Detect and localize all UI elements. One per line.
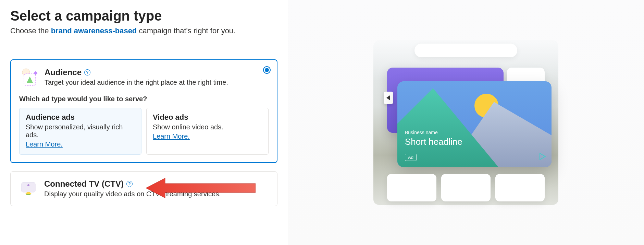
preview-bottom-cards bbox=[387, 174, 545, 201]
option-audience-ads-desc: Show personalized, visually rich ads. bbox=[26, 123, 135, 139]
svg-marker-8 bbox=[386, 95, 390, 100]
audience-title: Audience bbox=[45, 68, 82, 77]
preview-card-placeholder bbox=[495, 174, 545, 201]
subtitle-suffix: campaign that's right for you. bbox=[137, 26, 235, 35]
learn-more-link[interactable]: Learn More. bbox=[26, 140, 63, 148]
help-icon[interactable]: ? bbox=[84, 69, 90, 75]
ad-type-question: Which ad type would you like to serve? bbox=[19, 95, 269, 103]
preview-business-name: Business name bbox=[405, 130, 462, 135]
subtitle-highlight: brand awareness-based bbox=[51, 26, 137, 35]
preview-main-ad: Business name Short headline Ad bbox=[397, 81, 552, 167]
preview-card-placeholder bbox=[441, 174, 491, 201]
option-audience-ads[interactable]: Audience ads Show personalized, visually… bbox=[19, 108, 141, 155]
subtitle-prefix: Choose the bbox=[10, 26, 51, 35]
page-title: Select a campaign type bbox=[10, 8, 277, 24]
svg-rect-4 bbox=[22, 183, 35, 192]
option-audience-ads-title: Audience ads bbox=[26, 113, 135, 122]
audience-desc: Target your ideal audience in the right … bbox=[45, 79, 269, 86]
ad-badge: Ad bbox=[405, 154, 417, 161]
option-video-ads-title: Video ads bbox=[153, 113, 262, 122]
svg-rect-6 bbox=[26, 194, 30, 195]
preview-search-bar bbox=[414, 44, 517, 57]
play-icon bbox=[538, 153, 546, 162]
preview-headline: Short headline bbox=[405, 137, 462, 147]
campaign-option-ctv[interactable]: Connected TV (CTV) ? Display your qualit… bbox=[10, 171, 277, 206]
ctv-title: Connected TV (CTV) bbox=[44, 179, 124, 189]
option-video-ads-desc: Show online video ads. bbox=[153, 123, 262, 131]
preview-nav-left-icon bbox=[384, 92, 393, 104]
ctv-desc: Display your quality video ads on CTV st… bbox=[44, 190, 269, 198]
svg-point-5 bbox=[27, 184, 29, 186]
page-subtitle: Choose the brand awareness-based campaig… bbox=[10, 26, 277, 35]
campaign-option-audience[interactable]: Audience ? Target your ideal audience in… bbox=[10, 59, 277, 163]
svg-marker-9 bbox=[540, 153, 545, 160]
option-video-ads[interactable]: Video ads Show online video ads. Learn M… bbox=[146, 108, 269, 155]
audience-icon bbox=[19, 68, 38, 87]
preview-card-placeholder bbox=[387, 174, 436, 201]
ad-preview: Business name Short headline Ad bbox=[370, 33, 562, 212]
help-icon[interactable]: ? bbox=[126, 181, 133, 187]
radio-selected-icon bbox=[263, 66, 271, 74]
learn-more-link[interactable]: Learn More. bbox=[153, 132, 190, 140]
ctv-icon bbox=[19, 179, 38, 198]
